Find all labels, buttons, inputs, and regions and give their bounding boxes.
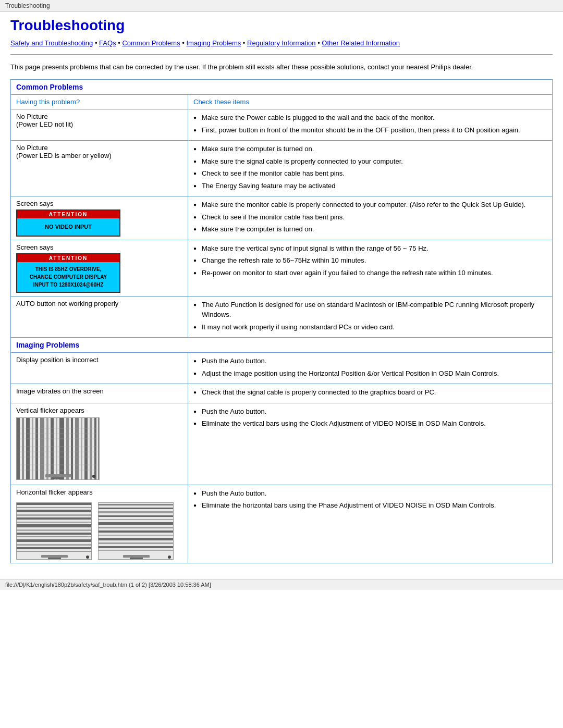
attention-box-no-video: ATTENTION NO VIDEO INPUT <box>16 209 120 237</box>
svg-rect-58 <box>99 538 174 540</box>
svg-rect-57 <box>99 535 174 536</box>
svg-rect-37 <box>17 524 92 527</box>
table-row: Image vibrates on the screen Check that … <box>11 384 553 403</box>
problem-cell: No Picture(Power LED not lit) <box>11 109 188 141</box>
svg-rect-43 <box>17 547 92 549</box>
problem-cell: No Picture(Power LED is amber or yellow) <box>11 141 188 196</box>
breadcrumb-safety[interactable]: Safety and Troubleshooting <box>10 39 93 47</box>
table-row: No Picture(Power LED is amber or yellow)… <box>11 141 553 196</box>
svg-rect-8 <box>51 418 54 480</box>
svg-point-64 <box>168 556 171 559</box>
svg-rect-49 <box>99 504 174 505</box>
check-cell: Make sure the monitor cable is properly … <box>188 196 553 240</box>
list-item: Make sure the Power cable is plugged to … <box>193 113 547 123</box>
svg-rect-9 <box>56 418 57 480</box>
table-row: Vertical flicker appears <box>11 403 553 485</box>
list-item: Eliminate the horizontal bars using the … <box>193 500 547 511</box>
problem-cell: Screen says ATTENTION THIS IS 85HZ OVERD… <box>11 240 188 296</box>
svg-rect-63 <box>130 558 143 559</box>
hf-images-container <box>16 499 182 560</box>
breadcrumb-faqs[interactable]: FAQs <box>99 39 116 47</box>
svg-rect-5 <box>35 418 38 480</box>
svg-rect-6 <box>40 418 44 480</box>
list-item: Push the Auto button. <box>193 406 547 417</box>
svg-rect-61 <box>99 550 174 551</box>
list-item: The Auto Function is designed for use on… <box>193 300 547 320</box>
section-divider <box>10 54 553 55</box>
main-table: Common Problems Having this problem? Che… <box>10 79 553 563</box>
page-content: Troubleshooting Safety and Troubleshooti… <box>0 12 563 574</box>
svg-rect-32 <box>17 507 92 508</box>
svg-rect-39 <box>17 533 92 535</box>
col-header-check: Check these items <box>188 95 553 109</box>
list-item: Make sure the signal cable is properly c… <box>193 156 547 167</box>
breadcrumb-common[interactable]: Common Problems <box>122 39 180 47</box>
browser-bar-text: Troubleshooting <box>5 2 50 9</box>
svg-rect-10 <box>59 418 64 480</box>
vertical-flicker-svg <box>17 418 100 480</box>
list-item: Check to see if the monitor cable has be… <box>193 212 547 223</box>
svg-rect-44 <box>17 551 92 552</box>
check-cell: Push the Auto button. Adjust the image p… <box>188 353 553 384</box>
svg-rect-41 <box>17 539 92 542</box>
svg-rect-52 <box>99 515 174 517</box>
svg-rect-31 <box>17 503 92 505</box>
common-problems-header: Common Problems <box>11 80 553 95</box>
svg-rect-55 <box>99 527 174 528</box>
attention-box-overdrive: ATTENTION THIS IS 85HZ OVERDRIVE,CHANGE … <box>16 253 120 293</box>
table-row: Horizontal flicker appears <box>11 485 553 563</box>
svg-rect-42 <box>17 544 92 546</box>
svg-rect-14 <box>81 418 82 480</box>
table-row: AUTO button not working properly The Aut… <box>11 296 553 338</box>
list-item: First, power button in front of the moni… <box>193 125 547 135</box>
svg-rect-11 <box>66 418 69 480</box>
col-header-problem: Having this problem? <box>11 95 188 109</box>
svg-rect-38 <box>17 529 92 531</box>
check-cell: Make sure the Power cable is plugged to … <box>188 109 553 141</box>
check-cell: Make sure the computer is turned on. Mak… <box>188 141 553 196</box>
svg-rect-17 <box>94 418 96 480</box>
svg-rect-51 <box>99 511 174 513</box>
list-item: Adjust the image position using the Hori… <box>193 368 547 379</box>
status-bar-text: file:///D|/K1/english/180p2b/safety/saf_… <box>5 582 211 588</box>
svg-rect-36 <box>17 522 92 523</box>
list-item: The Energy Saving feature may be activat… <box>193 181 547 191</box>
breadcrumb: Safety and Troubleshooting • FAQs • Comm… <box>10 38 553 49</box>
svg-rect-54 <box>99 522 174 525</box>
check-cell: Push the Auto button. Eliminate the vert… <box>188 403 553 485</box>
common-problems-header-row: Common Problems <box>11 80 553 95</box>
svg-rect-50 <box>99 508 174 509</box>
list-item: Make sure the monitor cable is properly … <box>193 200 547 210</box>
intro-text: This page presents problems that can be … <box>10 62 553 72</box>
problem-cell: Vertical flicker appears <box>11 403 188 485</box>
list-item: It may not work properly if using nonsta… <box>193 322 547 332</box>
table-row: Display position is incorrect Push the A… <box>11 353 553 384</box>
svg-rect-35 <box>17 517 92 520</box>
svg-rect-16 <box>90 418 92 480</box>
breadcrumb-regulatory[interactable]: Regulatory Information <box>247 39 316 47</box>
list-item: Make sure the computer is turned on. <box>193 224 547 235</box>
svg-rect-28 <box>53 477 64 479</box>
breadcrumb-imaging[interactable]: Imaging Problems <box>186 39 241 47</box>
list-item: Check to see if the monitor cable has be… <box>193 168 547 179</box>
list-item: Re-power on monitor to start over again … <box>193 268 547 278</box>
svg-rect-46 <box>48 558 61 559</box>
svg-rect-13 <box>75 418 79 480</box>
problem-cell: Screen says ATTENTION NO VIDEO INPUT <box>11 196 188 240</box>
hf-image-2 <box>98 502 174 560</box>
breadcrumb-other[interactable]: Other Related Information <box>322 39 400 47</box>
svg-rect-2 <box>22 418 24 480</box>
svg-rect-12 <box>71 418 73 480</box>
svg-rect-4 <box>32 418 33 480</box>
check-cell: Make sure the vertical sync of input sig… <box>188 240 553 296</box>
vertical-flicker-image <box>16 417 100 480</box>
svg-rect-53 <box>99 519 174 520</box>
check-cell: Check that the signal cable is properly … <box>188 384 553 403</box>
svg-rect-45 <box>41 555 68 558</box>
svg-rect-27 <box>45 474 71 477</box>
problem-cell: AUTO button not working properly <box>11 296 188 338</box>
list-item: Push the Auto button. <box>193 488 547 499</box>
svg-rect-33 <box>17 510 92 512</box>
check-cell: Push the Auto button. Eliminate the hori… <box>188 485 553 563</box>
page-title: Troubleshooting <box>10 17 553 34</box>
